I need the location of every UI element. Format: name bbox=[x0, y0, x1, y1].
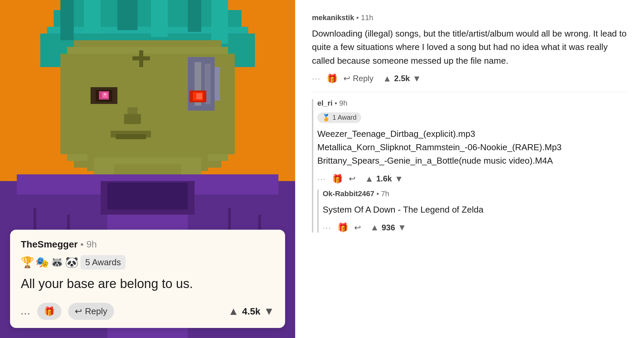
svg-rect-7 bbox=[117, 0, 138, 30]
top-more-options[interactable]: ··· bbox=[312, 74, 321, 83]
svg-rect-22 bbox=[196, 93, 202, 99]
comment-time: 9h bbox=[86, 239, 97, 250]
double-nested-body: System Of A Down - The Legend of Zelda bbox=[323, 203, 627, 216]
nested-reply-icon: ↩ bbox=[349, 174, 356, 183]
comment-username: TheSmegger bbox=[21, 239, 78, 250]
double-nested-downvote[interactable]: ▼ bbox=[398, 222, 407, 233]
gift-button[interactable]: 🎁 bbox=[37, 303, 61, 320]
nested-downvote[interactable]: ▼ bbox=[394, 174, 403, 184]
comment-header: TheSmegger • 9h bbox=[21, 239, 274, 250]
left-panel: TheSmegger • 9h 🏆 🎭 🦝 🐼 5 Awards All you… bbox=[0, 0, 295, 338]
nested-upvote[interactable]: ▲ bbox=[365, 174, 374, 184]
comment-text: All your base are belong to us. bbox=[21, 276, 274, 292]
downvote-button[interactable]: ▼ bbox=[264, 305, 274, 318]
svg-rect-27 bbox=[104, 93, 106, 95]
nested-comment-actions: ··· 🎁 ↩ ▲ 1.6k ▼ bbox=[317, 174, 627, 184]
top-reply-icon: ↩ bbox=[343, 74, 350, 83]
section-divider-1 bbox=[312, 92, 627, 92]
top-comment-username: mekanikstik bbox=[312, 13, 354, 22]
awards-count-badge: 5 Awards bbox=[80, 255, 125, 270]
nested-reply-button[interactable]: ↩ bbox=[349, 174, 356, 183]
top-comment-meta: mekanikstik • 11h bbox=[312, 13, 627, 22]
gift-icon: 🎁 bbox=[44, 306, 55, 317]
svg-rect-15 bbox=[132, 56, 150, 60]
upvote-button[interactable]: ▲ bbox=[228, 305, 239, 318]
more-options-button[interactable]: ... bbox=[21, 306, 31, 317]
top-comment-dot: • bbox=[356, 13, 359, 22]
double-nested-content: Ok-Rabbit2467 • 7h System Of A Down - Th… bbox=[323, 189, 627, 233]
double-nested-comment: Ok-Rabbit2467 • 7h System Of A Down - Th… bbox=[317, 189, 627, 233]
nested-more-options[interactable]: ··· bbox=[317, 174, 326, 183]
award-icon-4: 🐼 bbox=[65, 256, 78, 269]
award-icon-3: 🦝 bbox=[50, 256, 64, 269]
svg-rect-10 bbox=[211, 0, 228, 44]
top-comment-time: 11h bbox=[361, 13, 373, 22]
award-icon-1: 🏆 bbox=[21, 256, 34, 269]
reply-button[interactable]: ↩ Reply bbox=[68, 303, 114, 320]
svg-rect-6 bbox=[84, 0, 101, 34]
top-reply-label: Reply bbox=[353, 74, 373, 83]
awards-row: 🏆 🎭 🦝 🐼 5 Awards bbox=[21, 255, 274, 270]
nested-comment-body: Weezer_Teenage_Dirtbag_(explicit).mp3 Me… bbox=[317, 127, 627, 168]
vote-area: ▲ 4.5k ▼ bbox=[228, 305, 274, 318]
double-nested-actions: ··· 🎁 ↩ ▲ 936 ▼ bbox=[323, 222, 627, 233]
top-vote-area: ▲ 2.5k ▼ bbox=[383, 73, 421, 84]
nested-gift-button[interactable]: 🎁 bbox=[332, 174, 343, 184]
reply-icon: ↩ bbox=[75, 306, 82, 317]
top-comment-actions: ··· 🎁 ↩ Reply ▲ 2.5k ▼ bbox=[312, 73, 627, 84]
left-action-bar: ... 🎁 ↩ Reply ▲ 4.5k ▼ bbox=[21, 299, 274, 320]
top-downvote[interactable]: ▼ bbox=[413, 73, 421, 84]
nested-comment-meta: el_ri • 9h bbox=[317, 99, 627, 108]
nested-award-label: 1 Award bbox=[332, 114, 357, 121]
double-nested-vote-count: 936 bbox=[382, 223, 395, 232]
top-gift-button[interactable]: 🎁 bbox=[327, 73, 337, 84]
nested-dot: • bbox=[334, 99, 337, 107]
top-reply-button[interactable]: ↩ Reply bbox=[343, 74, 373, 83]
nest-divider-line bbox=[312, 99, 313, 233]
double-nested-gift[interactable]: 🎁 bbox=[337, 222, 348, 233]
double-nested-username: Ok-Rabbit2467 bbox=[323, 189, 374, 198]
svg-rect-19 bbox=[215, 67, 220, 101]
double-nested-dot: • bbox=[376, 189, 379, 198]
svg-rect-9 bbox=[188, 0, 201, 32]
svg-rect-31 bbox=[116, 134, 146, 139]
nested-award-pill: 🏅 1 Award bbox=[317, 112, 361, 123]
svg-rect-5 bbox=[60, 0, 74, 40]
top-comment: mekanikstik • 11h Downloading (illegal) … bbox=[312, 13, 627, 84]
double-nested-meta: Ok-Rabbit2467 • 7h bbox=[323, 189, 627, 198]
svg-rect-40 bbox=[107, 183, 188, 210]
top-upvote[interactable]: ▲ bbox=[383, 73, 391, 84]
double-nested-time: 7h bbox=[381, 189, 389, 198]
double-nested-vote-area: ▲ 936 ▼ bbox=[370, 222, 407, 233]
left-comment-card: TheSmegger • 9h 🏆 🎭 🦝 🐼 5 Awards All you… bbox=[10, 230, 285, 328]
nested-comment: el_ri • 9h 🏅 1 Award Weezer_Teenage_Dirt… bbox=[312, 99, 627, 233]
award-icon-2: 🎭 bbox=[36, 256, 49, 269]
vote-count: 4.5k bbox=[242, 306, 261, 317]
top-comment-body: Downloading (illegal) songs, but the tit… bbox=[312, 27, 627, 67]
nested-content: el_ri • 9h 🏅 1 Award Weezer_Teenage_Dirt… bbox=[317, 99, 627, 233]
nested-vote-area: ▲ 1.6k ▼ bbox=[365, 174, 403, 184]
double-nested-reply-button[interactable]: ↩ bbox=[354, 223, 361, 232]
right-panel: mekanikstik • 11h Downloading (illegal) … bbox=[295, 0, 644, 338]
nested-award-icon: 🏅 bbox=[322, 114, 330, 122]
comment-dot: • bbox=[80, 239, 84, 250]
award-icons: 🏆 🎭 🦝 🐼 bbox=[21, 256, 78, 269]
reply-label: Reply bbox=[85, 306, 107, 317]
nested-vote-count: 1.6k bbox=[376, 174, 392, 183]
double-nested-upvote[interactable]: ▲ bbox=[370, 222, 379, 233]
nested-username: el_ri bbox=[317, 99, 332, 107]
double-nest-divider bbox=[317, 189, 319, 233]
double-nested-more-options[interactable]: ··· bbox=[323, 223, 331, 232]
double-nested-reply-icon: ↩ bbox=[354, 223, 361, 232]
svg-rect-8 bbox=[151, 0, 168, 37]
svg-rect-29 bbox=[124, 114, 141, 124]
top-vote-count: 2.5k bbox=[394, 74, 410, 83]
nested-time: 9h bbox=[339, 99, 347, 107]
